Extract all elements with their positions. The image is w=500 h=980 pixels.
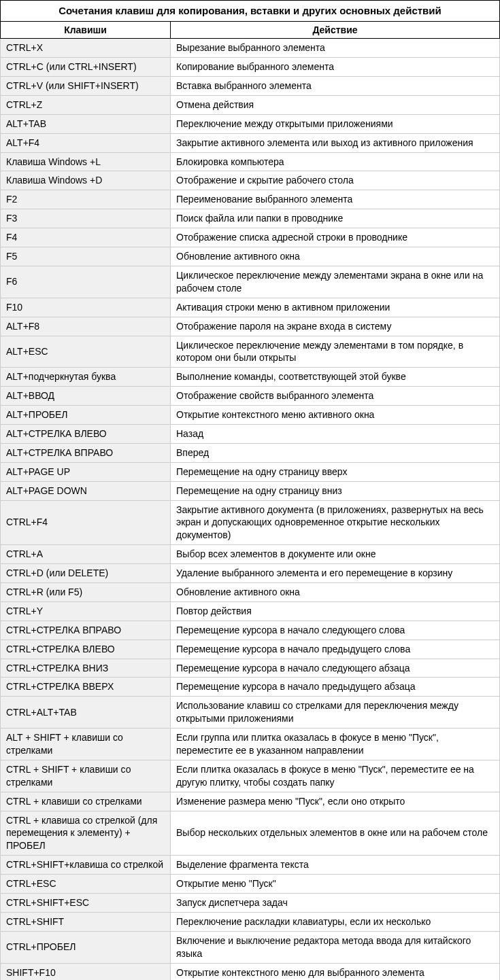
key-cell: ALT+СТРЕЛКА ВПРАВО (1, 443, 171, 462)
table-row: CTRL+СТРЕЛКА ВПРАВОПеремещение курсора в… (1, 620, 500, 640)
table-row: ALT+PAGE UPПеремещение на одну страницу … (1, 462, 500, 481)
table-row: F10Активация строки меню в активном прил… (1, 298, 500, 317)
action-cell: Если группа или плитка оказалась в фокус… (171, 729, 500, 760)
action-cell: Копирование выбранного элемента (171, 58, 500, 77)
key-cell: F2 (1, 190, 171, 209)
key-cell: ALT + SHIFT + клавиши со стрелками (1, 729, 171, 760)
table-row: ALT+F4Закрытие активного элемента или вы… (1, 133, 500, 152)
table-row: F3Поиск файла или папки в проводнике (1, 209, 500, 228)
action-cell: Выбор нескольких отдельных элементов в о… (171, 811, 500, 856)
key-cell: ALT+СТРЕЛКА ВЛЕВО (1, 424, 171, 443)
action-cell: Изменение размера меню "Пуск", если оно … (171, 792, 500, 811)
key-cell: CTRL+V (или SHIFT+INSERT) (1, 77, 171, 96)
table-row: ALT+TABПереключение между открытыми прил… (1, 114, 500, 133)
table-row: CTRL+SHIFT+ESCЗапуск диспетчера задач (1, 894, 500, 913)
action-cell: Закрытие активного элемента или выход из… (171, 133, 500, 152)
table-row: CTRL+V (или SHIFT+INSERT)Вставка выбранн… (1, 77, 500, 96)
action-cell: Обновление активного окна (171, 582, 500, 601)
table-row: F2Переименование выбранного элемента (1, 190, 500, 209)
header-keys: Клавиши (1, 22, 171, 39)
action-cell: Перемещение на одну страницу вниз (171, 481, 500, 500)
action-cell: Открытие меню "Пуск" (171, 875, 500, 894)
table-row: CTRL+ZОтмена действия (1, 95, 500, 114)
table-row: F5Обновление активного окна (1, 247, 500, 266)
table-row: CTRL + клавиши со стрелкамиИзменение раз… (1, 792, 500, 811)
table-row: CTRL+YПовтор действия (1, 601, 500, 620)
key-cell: ALT+ПРОБЕЛ (1, 406, 171, 425)
table-row: CTRL+СТРЕЛКА ВВЕРХПеремещение курсора в … (1, 678, 500, 697)
table-row: CTRL+F4Закрытие активного документа (в п… (1, 500, 500, 545)
key-cell: F10 (1, 298, 171, 317)
key-cell: Клавиша Windows +D (1, 171, 171, 190)
action-cell: Открытие контекстного меню для выбранног… (171, 963, 500, 980)
table-row: Клавиша Windows +LБлокировка компьютера (1, 152, 500, 171)
action-cell: Вперед (171, 443, 500, 462)
table-row: F4Отображение списка адресной строки в п… (1, 228, 500, 247)
key-cell: CTRL+A (1, 545, 171, 564)
action-cell: Отображение и скрытие рабочего стола (171, 171, 500, 190)
table-row: ALT+СТРЕЛКА ВПРАВОВперед (1, 443, 500, 462)
table-row: CTRL+R (или F5)Обновление активного окна (1, 582, 500, 601)
action-cell: Переименование выбранного элемента (171, 190, 500, 209)
action-cell: Запуск диспетчера задач (171, 894, 500, 913)
action-cell: Включение и выключение редактора метода … (171, 931, 500, 963)
key-cell: CTRL + SHIFT + клавиши со стрелками (1, 760, 171, 792)
action-cell: Блокировка компьютера (171, 152, 500, 171)
key-cell: F3 (1, 209, 171, 228)
table-row: ALT+СТРЕЛКА ВЛЕВОНазад (1, 424, 500, 443)
key-cell: CTRL+ПРОБЕЛ (1, 931, 171, 963)
key-cell: CTRL+R (или F5) (1, 582, 171, 601)
key-cell: CTRL+D (или DELETE) (1, 564, 171, 583)
table-row: CTRL + SHIFT + клавиши со стрелкамиЕсли … (1, 760, 500, 792)
table-row: CTRL+ALT+TABИспользование клавиш со стре… (1, 697, 500, 729)
key-cell: CTRL+Z (1, 95, 171, 114)
table-row: CTRL+ESCОткрытие меню "Пуск" (1, 875, 500, 894)
key-cell: CTRL+СТРЕЛКА ВЛЕВО (1, 640, 171, 659)
key-cell: ALT+F4 (1, 133, 171, 152)
table-row: ALT+ПРОБЕЛОткрытие контекстного меню акт… (1, 406, 500, 425)
action-cell: Перемещение курсора в начало следующего … (171, 659, 500, 678)
action-cell: Отмена действия (171, 95, 500, 114)
action-cell: Отображение списка адресной строки в про… (171, 228, 500, 247)
table-row: CTRL+XВырезание выбранного элемента (1, 39, 500, 58)
action-cell: Выделение фрагмента текста (171, 856, 500, 875)
key-cell: CTRL+F4 (1, 500, 171, 545)
table-row: CTRL + клавиша со стрелкой (для перемеще… (1, 811, 500, 856)
table-row: Клавиша Windows +DОтображение и скрытие … (1, 171, 500, 190)
table-row: ALT+ВВОДОтображение свойств выбранного э… (1, 387, 500, 406)
key-cell: Клавиша Windows +L (1, 152, 171, 171)
table-title: Сочетания клавиш для копирования, вставк… (1, 1, 500, 22)
action-cell: Циклическое переключение между элементам… (171, 266, 500, 298)
header-action: Действие (171, 22, 500, 39)
action-cell: Отображение свойств выбранного элемента (171, 387, 500, 406)
key-cell: ALT+PAGE DOWN (1, 481, 171, 500)
key-cell: CTRL+СТРЕЛКА ВПРАВО (1, 620, 171, 640)
key-cell: F4 (1, 228, 171, 247)
key-cell: CTRL+ALT+TAB (1, 697, 171, 729)
action-cell: Перемещение курсора в начало предыдущего… (171, 678, 500, 697)
table-row: CTRL+D (или DELETE)Удаление выбранного э… (1, 564, 500, 583)
action-cell: Перемещение курсора в начало предыдущего… (171, 640, 500, 659)
key-cell: CTRL+СТРЕЛКА ВНИЗ (1, 659, 171, 678)
action-cell: Вставка выбранного элемента (171, 77, 500, 96)
table-row: CTRL+SHIFT+клавиша со стрелкойВыделение … (1, 856, 500, 875)
key-cell: F5 (1, 247, 171, 266)
table-row: ALT+PAGE DOWNПеремещение на одну страниц… (1, 481, 500, 500)
action-cell: Повтор действия (171, 601, 500, 620)
key-cell: CTRL + клавиши со стрелками (1, 792, 171, 811)
action-cell: Использование клавиш со стрелками для пе… (171, 697, 500, 729)
key-cell: CTRL+ESC (1, 875, 171, 894)
action-cell: Обновление активного окна (171, 247, 500, 266)
action-cell: Перемещение курсора в начало следующего … (171, 620, 500, 640)
key-cell: CTRL + клавиша со стрелкой (для перемеще… (1, 811, 171, 856)
key-cell: ALT+F8 (1, 317, 171, 336)
key-cell: CTRL+СТРЕЛКА ВВЕРХ (1, 678, 171, 697)
key-cell: SHIFT+F10 (1, 963, 171, 980)
table-row: SHIFT+F10Открытие контекстного меню для … (1, 963, 500, 980)
action-cell: Назад (171, 424, 500, 443)
action-cell: Выполнение команды, соответствующей этой… (171, 368, 500, 387)
key-cell: CTRL+SHIFT+ESC (1, 894, 171, 913)
action-cell: Вырезание выбранного элемента (171, 39, 500, 58)
action-cell: Закрытие активного документа (в приложен… (171, 500, 500, 545)
action-cell: Активация строки меню в активном приложе… (171, 298, 500, 317)
